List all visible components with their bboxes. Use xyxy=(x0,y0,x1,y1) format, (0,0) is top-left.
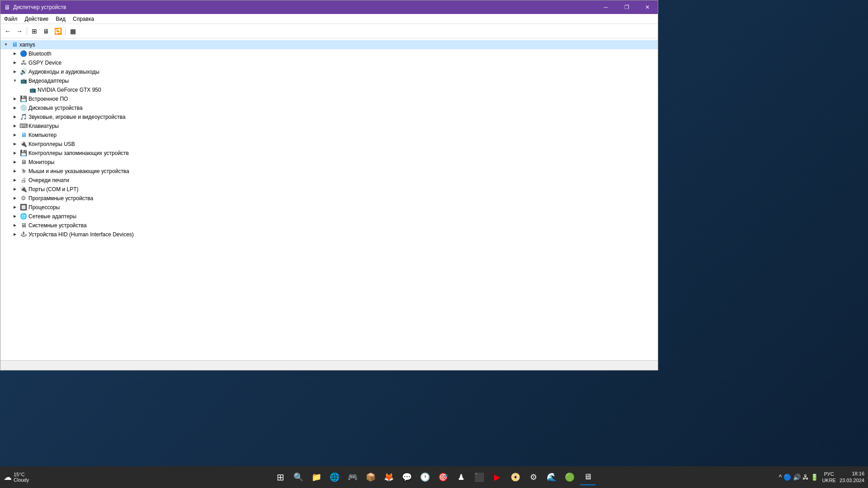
tree-node-network: 🌐 Сетевые адаптеры xyxy=(9,212,658,221)
chevron-computer xyxy=(11,131,19,139)
tree-row-sound[interactable]: 🎵 Звуковые, игровые и видеоустройства xyxy=(9,113,658,122)
firmware-icon: 💾 xyxy=(20,95,27,103)
taskbar-store[interactable]: 📦 xyxy=(363,469,379,485)
tree-row-computer[interactable]: 🖥 Компьютер xyxy=(9,131,658,140)
tray-network[interactable]: 🖧 xyxy=(802,474,809,481)
chevron-ports xyxy=(11,186,19,193)
chevron-audio xyxy=(11,68,19,75)
cpu-label: Процессоры xyxy=(28,203,60,211)
taskbar-files[interactable]: 📁 xyxy=(308,469,325,485)
tree-row-system[interactable]: 🖥 Системные устройства xyxy=(9,221,658,230)
taskbar-settings[interactable]: ⚙ xyxy=(525,469,542,485)
tree-row-network[interactable]: 🌐 Сетевые адаптеры xyxy=(9,212,658,221)
content-area[interactable]: 🖥 xamys 🔵 Bluetooth xyxy=(0,38,658,360)
close-button[interactable]: ✕ xyxy=(637,0,658,14)
chevron-bluetooth xyxy=(11,50,19,57)
properties-button[interactable]: ▦ xyxy=(67,26,78,37)
window-title: Диспетчер устройств xyxy=(13,4,66,10)
tree-node-cpu: 🔲 Процессоры xyxy=(9,203,658,212)
taskbar-search[interactable]: 🔍 xyxy=(290,469,307,485)
tree-row-print[interactable]: 🖨 Очереди печати xyxy=(9,176,658,185)
disk-icon: 💿 xyxy=(20,104,27,112)
menu-file[interactable]: Файл xyxy=(0,15,21,23)
chevron-system xyxy=(11,222,19,229)
tree-row-mouse[interactable]: 🖱 Мыши и иные указывающие устройства xyxy=(9,167,658,176)
taskbar-discord[interactable]: 💬 xyxy=(399,469,415,485)
tree-row-hid[interactable]: 🕹 Устройства HID (Human Interface Device… xyxy=(9,230,658,239)
system-icon: 🖥 xyxy=(20,222,27,229)
tree-row-gspy[interactable]: 🖧 GSPY Device xyxy=(9,58,658,67)
clock-date: 23.03.2024 xyxy=(840,477,864,484)
taskbar-clock-app[interactable]: 🕐 xyxy=(417,469,433,485)
system-clock[interactable]: 18:16 23.03.2024 xyxy=(840,470,864,484)
window-icon: 🖥 xyxy=(4,4,10,11)
system-label: Системные устройства xyxy=(28,221,87,230)
refresh-button[interactable]: 🔁 xyxy=(52,26,63,37)
taskbar-steam[interactable]: ♟ xyxy=(453,469,469,485)
bluetooth-label: Bluetooth xyxy=(28,50,52,58)
tree-node-monitors: 🖥 Мониторы xyxy=(9,158,658,167)
restore-button[interactable]: ❐ xyxy=(616,0,637,14)
tree-row-nvidia[interactable]: 📺 NVIDIA GeForce GTX 950 xyxy=(19,85,658,94)
tree-node-gspy: 🖧 GSPY Device xyxy=(9,58,658,67)
tree-row-root[interactable]: 🖥 xamys xyxy=(0,40,658,49)
mouse-label: Мыши и иные указывающие устройства xyxy=(28,167,129,175)
sound-label: Звуковые, игровые и видеоустройства xyxy=(28,113,125,121)
hid-icon: 🕹 xyxy=(20,231,27,238)
tree-row-bluetooth[interactable]: 🔵 Bluetooth xyxy=(9,49,658,58)
tree-row-firmware[interactable]: 💾 Встроенное ПО xyxy=(9,94,658,103)
tray-chevron[interactable]: ^ xyxy=(779,474,782,481)
taskbar-media[interactable]: 📀 xyxy=(507,469,524,485)
menu-help[interactable]: Справка xyxy=(69,15,98,23)
tree-node-nvidia: 📺 NVIDIA GeForce GTX 950 xyxy=(19,85,658,94)
chevron-print xyxy=(11,177,19,184)
tray-volume[interactable]: 🔊 xyxy=(793,474,801,481)
tree-row-monitors[interactable]: 🖥 Мониторы xyxy=(9,158,658,167)
weather-text: 15°C Cloudy xyxy=(14,472,29,483)
tree-row-disk[interactable]: 💿 Дисковые устройства xyxy=(9,103,658,113)
tree-row-usb[interactable]: 🔌 Контроллеры USB xyxy=(9,140,658,149)
tree-row-software[interactable]: ⚙ Программные устройства xyxy=(9,194,658,203)
taskbar-minecraft[interactable]: ⬛ xyxy=(471,469,487,485)
tray-battery[interactable]: 🔋 xyxy=(811,474,818,481)
chevron-root xyxy=(2,41,9,48)
minimize-button[interactable]: ─ xyxy=(595,0,616,14)
menu-action[interactable]: Действие xyxy=(21,15,52,23)
show-grid-button[interactable]: ⊞ xyxy=(29,26,40,37)
language-indicator[interactable]: РУС UKRE xyxy=(822,471,836,484)
taskbar-youtube[interactable]: ▶ xyxy=(489,469,505,485)
taskbar-nvidia[interactable]: 🟢 xyxy=(561,469,578,485)
sys-tray-icons: ^ 🔵 🔊 🖧 🔋 xyxy=(779,474,819,481)
menu-view[interactable]: Вид xyxy=(52,15,69,23)
title-controls: ─ ❐ ✕ xyxy=(595,0,658,14)
tree-row-keyboard[interactable]: ⌨ Клавиатуры xyxy=(9,122,658,131)
tree-node-sound: 🎵 Звуковые, игровые и видеоустройства xyxy=(9,113,658,122)
taskbar-firefox[interactable]: 🦊 xyxy=(381,469,397,485)
forward-button[interactable]: → xyxy=(14,26,25,37)
computer-icon: 🖥 xyxy=(11,41,18,48)
tree-row-cpu[interactable]: 🔲 Процессоры xyxy=(9,203,658,212)
root-children: 🔵 Bluetooth 🖧 GSPY Device xyxy=(0,49,658,239)
chevron-usb xyxy=(11,141,19,148)
taskbar-edge[interactable]: 🌊 xyxy=(543,469,560,485)
taskbar-browser[interactable]: 🌐 xyxy=(326,469,343,485)
back-button[interactable]: ← xyxy=(2,26,13,37)
taskbar-game2[interactable]: 🎯 xyxy=(435,469,451,485)
taskbar-devmgr[interactable]: 🖥 xyxy=(580,469,596,485)
tree-row-audio[interactable]: 🔊 Аудиовходы и аудиовыходы xyxy=(9,67,658,76)
title-bar-left: 🖥 Диспетчер устройств xyxy=(4,4,66,11)
computer-button[interactable]: 🖥 xyxy=(41,26,52,37)
start-button[interactable]: ⊞ xyxy=(272,469,288,485)
taskbar-game1[interactable]: 🎮 xyxy=(344,469,361,485)
tree-row-storage[interactable]: 💾 Контроллеры запоминающих устройств xyxy=(9,149,658,158)
cpu-icon: 🔲 xyxy=(20,204,27,211)
taskbar-center: ⊞ 🔍 📁 🌐 🎮 📦 🦊 💬 🕐 🎯 ♟ ⬛ ▶ 📀 ⚙ 🌊 🟢 🖥 xyxy=(272,469,596,485)
tree-node-ports: 🔌 Порты (COM и LPT) xyxy=(9,185,658,194)
tray-bluetooth[interactable]: 🔵 xyxy=(783,474,791,481)
chevron-disk xyxy=(11,104,19,112)
tree-row-video[interactable]: 📺 Видеоадаптеры xyxy=(9,76,658,85)
tree-row-ports[interactable]: 🔌 Порты (COM и LPT) xyxy=(9,185,658,194)
weather-widget[interactable]: ☁ 15°C Cloudy xyxy=(4,472,29,483)
tree-node-keyboard: ⌨ Клавиатуры xyxy=(9,122,658,131)
keyboard-icon: ⌨ xyxy=(20,122,27,130)
